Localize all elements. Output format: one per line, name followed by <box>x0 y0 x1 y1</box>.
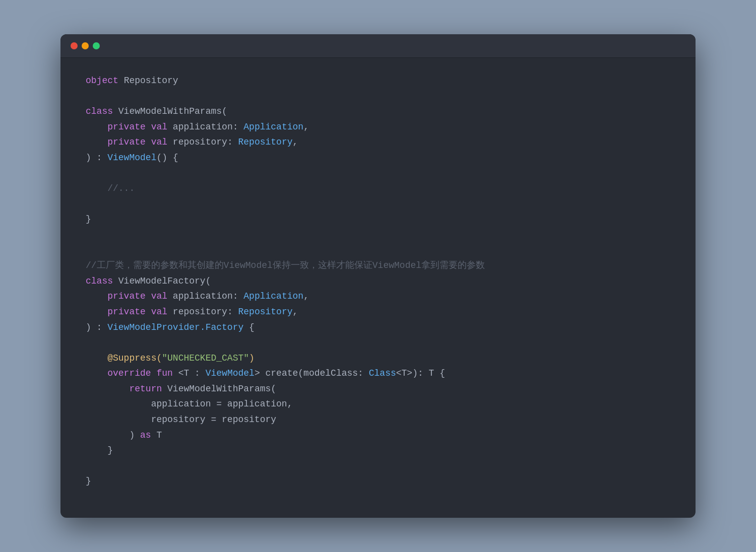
code-line <box>86 89 670 104</box>
code-token <box>86 366 107 381</box>
code-token: > create(modelClass: <box>255 366 369 381</box>
code-line <box>86 243 670 258</box>
code-editor-window: object Repository class ViewModelWithPar… <box>60 34 696 518</box>
code-token: Class <box>369 366 396 381</box>
code-token: , <box>303 289 309 304</box>
code-line: ) : ViewModelProvider.Factory { <box>86 320 670 335</box>
code-token: T <box>156 428 162 443</box>
code-token <box>86 289 107 304</box>
code-token: ) <box>249 351 255 366</box>
code-line: object Repository <box>86 73 670 89</box>
code-token: ) <box>86 428 140 443</box>
code-token: private <box>107 119 151 135</box>
code-line <box>86 166 670 181</box>
code-token <box>86 412 151 428</box>
code-token: <T>): T { <box>396 366 445 381</box>
code-token: <T : <box>178 366 206 381</box>
code-token: Repository <box>238 134 292 150</box>
code-token: () { <box>156 150 178 166</box>
code-token: class <box>86 273 118 289</box>
code-line: } <box>86 473 670 489</box>
code-line: private val repository: Repository, <box>86 304 670 320</box>
code-content: object Repository class ViewModelWithPar… <box>60 58 696 509</box>
code-token: ViewModelFactory( <box>118 273 211 289</box>
code-token: override <box>107 366 156 381</box>
code-token <box>86 351 107 366</box>
code-token: @Suppress( <box>107 351 162 366</box>
code-token: ViewModelWithParams( <box>118 104 227 119</box>
titlebar <box>60 34 696 58</box>
code-line: //工厂类，需要的参数和其创建的ViewModel保持一致，这样才能保证View… <box>86 258 670 273</box>
code-line: ) : ViewModel() { <box>86 150 670 166</box>
code-token: fun <box>156 366 178 381</box>
code-line: private val repository: Repository, <box>86 134 670 150</box>
code-line: repository = repository <box>86 412 670 428</box>
code-token: //... <box>107 181 135 196</box>
code-token: val <box>151 134 173 150</box>
code-token: application = application, <box>151 396 293 412</box>
code-token: Application <box>243 289 303 304</box>
code-token <box>86 396 151 412</box>
code-line: return ViewModelWithParams( <box>86 381 670 397</box>
code-token: Repository <box>124 73 178 89</box>
code-token: private <box>107 304 151 320</box>
code-token <box>86 381 129 397</box>
code-token: ) : <box>86 320 107 335</box>
code-line: } <box>86 212 670 227</box>
code-token: //工厂类，需要的参数和其创建的ViewModel保持一致，这样才能保证View… <box>86 258 485 273</box>
minimize-button[interactable] <box>82 42 89 49</box>
code-line <box>86 227 670 243</box>
code-line: private val application: Application, <box>86 289 670 304</box>
code-token: "UNCHECKED_CAST" <box>162 351 249 366</box>
maximize-button[interactable] <box>93 42 100 49</box>
code-token: val <box>151 304 173 320</box>
code-line: class ViewModelFactory( <box>86 273 670 289</box>
code-line: private val application: Application, <box>86 119 670 135</box>
code-token: repository: <box>173 304 238 320</box>
code-token <box>86 304 107 320</box>
code-token: ViewModel <box>206 366 255 381</box>
code-token: ViewModelProvider.Factory <box>107 320 243 335</box>
code-token: object <box>86 73 124 89</box>
code-token: return <box>129 381 167 397</box>
code-token: private <box>107 289 151 304</box>
code-line: class ViewModelWithParams( <box>86 104 670 119</box>
code-line <box>86 335 670 351</box>
code-line: ) as T <box>86 428 670 443</box>
code-token: { <box>243 320 255 335</box>
code-line: //... <box>86 181 670 196</box>
code-token: } <box>86 212 91 227</box>
code-token: Application <box>243 119 303 135</box>
code-token: application: <box>173 289 243 304</box>
code-token <box>86 119 107 135</box>
close-button[interactable] <box>71 42 78 49</box>
code-line: } <box>86 443 670 458</box>
code-token: } <box>86 443 113 458</box>
code-token: } <box>86 473 91 489</box>
code-token: repository = repository <box>151 412 276 428</box>
code-line: @Suppress("UNCHECKED_CAST") <box>86 351 670 366</box>
code-token: application: <box>173 119 243 135</box>
code-token: ViewModel <box>107 150 156 166</box>
code-token: Repository <box>238 304 292 320</box>
code-token: as <box>140 428 156 443</box>
code-token: ViewModelWithParams( <box>167 381 276 397</box>
code-token: val <box>151 289 173 304</box>
code-token <box>86 134 107 150</box>
code-token: private <box>107 134 151 150</box>
code-token: repository: <box>173 134 238 150</box>
code-token: , <box>303 119 309 135</box>
code-line: override fun <T : ViewModel> create(mode… <box>86 366 670 381</box>
code-token: , <box>293 304 298 320</box>
code-token <box>86 181 107 196</box>
code-token: , <box>293 134 298 150</box>
code-token: val <box>151 119 173 135</box>
code-token: class <box>86 104 118 119</box>
code-line <box>86 196 670 212</box>
code-line <box>86 458 670 474</box>
code-line: application = application, <box>86 396 670 412</box>
code-token: ) : <box>86 150 107 166</box>
